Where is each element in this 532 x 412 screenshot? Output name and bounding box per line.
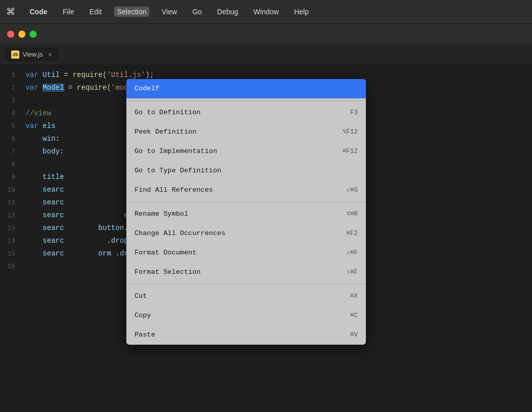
- context-menu-item-copy[interactable]: Copy ⌘C: [126, 306, 366, 325]
- tab-close-button[interactable]: ×: [48, 50, 52, 59]
- context-menu-item-label: Go to Type Definition: [135, 165, 221, 177]
- context-menu-item-format-selection[interactable]: Format Selection ⇧⌘F: [126, 263, 366, 282]
- context-menu-shortcut: ⌘V: [350, 329, 358, 341]
- window-controls: [0, 24, 532, 44]
- menu-selection[interactable]: Selection: [114, 7, 150, 17]
- tab-filename: View.js: [22, 50, 43, 58]
- menu-help[interactable]: Help: [291, 7, 312, 17]
- minimize-window-button[interactable]: [18, 31, 25, 38]
- context-menu-divider: [126, 202, 366, 202]
- menubar: ⌘ Code File Edit Selection View Go Debug…: [0, 0, 532, 24]
- context-menu-item-change-all-occurrences[interactable]: Change All Occurrences ⌘F2: [126, 224, 366, 243]
- context-menu-item-label: Go to Definition: [135, 107, 201, 119]
- context-menu-item-go-to-definition[interactable]: Go to Definition F3: [126, 103, 366, 122]
- context-menu-item-cut[interactable]: Cut ⌘X: [126, 287, 366, 306]
- context-menu-item-label: Rename Symbol: [135, 208, 188, 220]
- apple-menu-icon[interactable]: ⌘: [6, 6, 15, 17]
- context-menu-item-label: Copy: [135, 310, 151, 322]
- context-menu-item-label: Format Selection: [135, 266, 201, 278]
- menu-edit[interactable]: Edit: [87, 7, 105, 17]
- context-menu-item-codelf[interactable]: Codelf: [126, 79, 366, 98]
- context-menu-shortcut: ⌘F2: [346, 227, 358, 240]
- context-menu-divider: [126, 100, 366, 101]
- context-menu-item-find-all-references[interactable]: Find All References ⇧⌘G: [126, 181, 366, 200]
- menu-go[interactable]: Go: [189, 7, 205, 17]
- context-menu-shortcut: ⇧⌘F: [346, 247, 358, 259]
- context-menu-shortcut: ⌥⌘R: [346, 208, 358, 220]
- context-menu-item-label: Paste: [135, 329, 155, 341]
- context-menu-item-paste[interactable]: Paste ⌘V: [126, 325, 366, 345]
- menu-view[interactable]: View: [158, 7, 180, 17]
- maximize-window-button[interactable]: [30, 31, 37, 38]
- context-menu-item-rename-symbol[interactable]: Rename Symbol ⌥⌘R: [126, 204, 366, 224]
- context-menu-item-go-to-implementation[interactable]: Go to Implementation ⌘F12: [126, 142, 366, 161]
- close-window-button[interactable]: [7, 31, 14, 38]
- context-menu-shortcut: ⌘X: [350, 290, 358, 302]
- context-menu-item-label: Change All Occurrences: [135, 227, 225, 240]
- context-menu: Codelf Go to Definition F3 Peek Definiti…: [126, 79, 366, 345]
- context-menu-divider: [126, 284, 366, 285]
- menu-file[interactable]: File: [60, 7, 77, 17]
- context-menu-item-label: Format Document: [135, 247, 197, 259]
- context-menu-item-go-to-type-definition[interactable]: Go to Type Definition: [126, 161, 366, 181]
- menu-debug[interactable]: Debug: [214, 7, 241, 17]
- context-menu-item-format-document[interactable]: Format Document ⇧⌘F: [126, 243, 366, 263]
- context-menu-item-label: Go to Implementation: [135, 145, 217, 158]
- context-menu-shortcut: ⌥F12: [342, 126, 358, 138]
- context-menu-shortcut: ⌘F12: [342, 145, 358, 158]
- js-file-icon: JS: [11, 50, 19, 59]
- editor-area[interactable]: 1 var Util = require('Util.js'); 2 var M…: [0, 65, 532, 412]
- context-menu-shortcut: ⇧⌘G: [346, 184, 358, 196]
- tab-bar: JS View.js ×: [0, 44, 532, 65]
- context-menu-item-label: Peek Definition: [135, 126, 197, 138]
- menu-window[interactable]: Window: [250, 7, 282, 17]
- context-menu-item-label: Find All References: [135, 184, 213, 196]
- context-menu-shortcut: F3: [350, 107, 358, 119]
- context-menu-item-peek-definition[interactable]: Peek Definition ⌥F12: [126, 122, 366, 142]
- tab-viewjs[interactable]: JS View.js ×: [5, 48, 58, 61]
- context-menu-shortcut: ⇧⌘F: [346, 266, 358, 278]
- menu-code[interactable]: Code: [26, 7, 50, 17]
- context-menu-item-label: Codelf: [135, 83, 159, 95]
- context-menu-shortcut: ⌘C: [350, 310, 358, 322]
- context-menu-item-label: Cut: [135, 290, 147, 302]
